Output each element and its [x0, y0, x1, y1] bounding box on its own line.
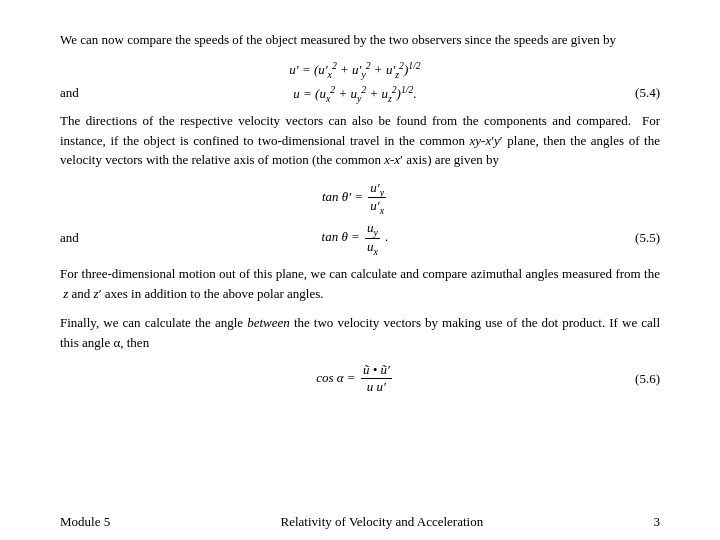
equation-56-block: cos α = ũ • ũ′ u u′ (5.6) — [60, 362, 660, 395]
directions-paragraph: The directions of the respective velocit… — [60, 111, 660, 170]
eq54-top-row: u′ = (u′x2 + u′y2 + u′z2)1/2 — [60, 60, 660, 80]
eq55-and-label: and — [60, 230, 110, 246]
footer-module: Module 5 — [60, 514, 110, 530]
eq56-formula: cos α = ũ • ũ′ u u′ — [110, 362, 600, 395]
eq54-bottom-row: and u = (ux2 + uy2 + uz2)1/2. (5.4) — [60, 83, 660, 103]
equation-55-block: tan θ′ = u′y u′x and tan θ = uy ux — [60, 180, 660, 256]
footer-title: Relativity of Velocity and Acceleration — [281, 514, 484, 530]
page-footer: Module 5 Relativity of Velocity and Acce… — [60, 514, 660, 530]
eq55-bottom-row: and tan θ = uy ux . (5.5) — [60, 220, 660, 256]
intro-paragraph: We can now compare the speeds of the obj… — [60, 30, 660, 50]
eq55-bottom-formula: tan θ = uy ux . — [110, 220, 600, 256]
eq54-top-formula: u′ = (u′x2 + u′y2 + u′z2)1/2 — [110, 60, 600, 80]
eq56-number: (5.6) — [600, 371, 660, 387]
eq54-bottom-formula: u = (ux2 + uy2 + uz2)1/2. — [110, 83, 600, 103]
threed-paragraph: For three-dimensional motion out of this… — [60, 264, 660, 303]
finally-paragraph: Finally, we can calculate the angle betw… — [60, 313, 660, 352]
eq55-top-row: tan θ′ = u′y u′x — [60, 180, 660, 216]
footer-page: 3 — [653, 514, 660, 530]
eq54-and-label: and — [60, 85, 110, 101]
equation-54-block: u′ = (u′x2 + u′y2 + u′z2)1/2 and u = (ux… — [60, 60, 660, 104]
eq55-top-formula: tan θ′ = u′y u′x — [110, 180, 600, 216]
eq56-row: cos α = ũ • ũ′ u u′ (5.6) — [60, 362, 660, 395]
eq55-eq-number: (5.5) — [600, 230, 660, 246]
eq54-eq-number: (5.4) — [600, 85, 660, 101]
